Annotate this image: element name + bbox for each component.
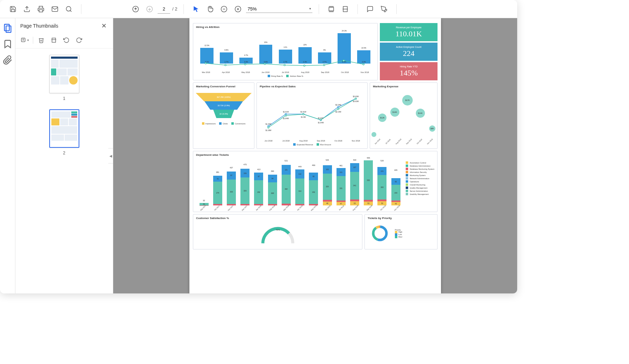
bookmarks-tab-icon[interactable] (3, 39, 13, 49)
highlight-icon[interactable] (378, 3, 390, 15)
legend-label: Attrition Rate % (290, 75, 303, 77)
svg-text:$2.24M: $2.24M (335, 104, 341, 106)
svg-rect-1 (39, 9, 43, 12)
svg-line-4 (70, 10, 72, 12)
marketing-expense-chart: $17K$14K$14K$12K$8K (370, 90, 437, 139)
svg-point-30 (284, 64, 285, 66)
left-rail (0, 18, 15, 293)
export-icon[interactable] (21, 3, 33, 15)
email-icon[interactable] (49, 3, 61, 15)
delete-page-icon[interactable] (37, 36, 46, 45)
legend-label: Hiring Rate % (271, 75, 283, 77)
svg-text:$1.91M: $1.91M (301, 111, 306, 113)
dept-legend: Automation ControlDatabase Administratio… (406, 160, 434, 209)
donut-chart (368, 225, 392, 242)
chart-title: Hiring vs Attrition (193, 23, 377, 31)
thumbnail-panel-title: Page Thumbnails (20, 23, 58, 29)
chart-title: Marketing Conversion Funnel (193, 83, 254, 90)
svg-text:$1.9M: $1.9M (301, 116, 306, 118)
page-number-input[interactable] (158, 5, 170, 14)
kpi-label: Active Employee Count (396, 46, 421, 48)
hiring-attrition-chart: 12.5%4.1%8.8%2.7%4.7%3.3%15%3.6%11%2.7%1… (196, 32, 375, 64)
kpi-value: 224 (403, 49, 414, 58)
svg-point-43 (338, 106, 339, 108)
zoom-out-icon[interactable] (218, 3, 230, 15)
svg-rect-24 (52, 38, 56, 42)
svg-point-37 (285, 113, 287, 115)
funnel-chart: 367.25K (100%)10.71K (2.9%)1K (0.3%) (193, 90, 254, 121)
chart-title: Marketing Expense (370, 83, 437, 90)
svg-point-47 (268, 127, 269, 128)
svg-text:$1.28M: $1.28M (266, 129, 272, 131)
thumbnail-page-2[interactable]: 2 (49, 109, 79, 155)
kpi-employees: Active Employee Count 224 (380, 43, 438, 61)
svg-text:$2.63M: $2.63M (353, 95, 359, 97)
fit-width-icon[interactable] (325, 3, 337, 15)
svg-point-49 (285, 115, 287, 116)
rotate-cw-icon[interactable] (74, 36, 84, 45)
zoom-select[interactable] (246, 5, 312, 13)
svg-text:$1.34M: $1.34M (266, 123, 272, 125)
kpi-value: 110.01K (396, 29, 422, 38)
thumbnail-page-1[interactable]: 1 (49, 55, 79, 101)
kpi-hiring: Hiring Rate YTD 145% (380, 62, 438, 80)
svg-point-53 (320, 119, 321, 121)
print-icon[interactable] (35, 3, 47, 15)
page-up-icon[interactable] (130, 3, 142, 15)
thumbnails-tab-icon[interactable] (3, 23, 13, 33)
svg-text:$1.64M: $1.64M (318, 122, 324, 124)
svg-point-51 (303, 114, 304, 115)
pipeline-chart: $1.34M$1.91M$1.91M$1.63M$2.24M$2.63M$1.2… (260, 92, 364, 137)
svg-point-27 (225, 64, 226, 66)
svg-point-32 (323, 64, 325, 66)
close-icon[interactable]: ✕ (100, 22, 108, 30)
legend-label: Won Amount (320, 144, 331, 146)
thumb-options-icon[interactable]: ▾ (20, 36, 29, 45)
main-toolbar: / 2 (0, 0, 517, 18)
attachments-tab-icon[interactable] (3, 55, 13, 65)
document-viewer[interactable]: Hiring vs Attrition 12.5%4.1%8.8%2.7%4.7… (113, 18, 517, 293)
svg-point-28 (244, 64, 246, 65)
svg-text:$2.63M: $2.63M (353, 100, 359, 102)
chart-title: Pipeline vs Expected Sales (257, 83, 367, 90)
svg-point-57 (355, 98, 356, 99)
svg-rect-18 (6, 26, 11, 32)
gauge-chart: 79% (253, 225, 302, 246)
legend-label: Conversions (235, 123, 246, 125)
chart-title: Customer Satisfaction % (193, 214, 362, 222)
kpi-label: Hiring Rate YTD (400, 65, 418, 68)
comment-icon[interactable] (364, 3, 376, 15)
fit-page-icon[interactable] (339, 3, 351, 15)
svg-point-3 (66, 6, 71, 11)
svg-point-34 (363, 64, 364, 65)
thumbnail-label: 2 (63, 151, 65, 155)
collapse-panel-icon[interactable]: ◀ (108, 148, 113, 163)
search-icon[interactable] (63, 3, 75, 15)
kpi-revenue: Revenue per Employee 110.01K (380, 23, 438, 41)
hand-icon[interactable] (204, 3, 216, 15)
zoom-in-icon[interactable] (232, 3, 244, 15)
pointer-icon[interactable] (190, 3, 202, 15)
kpi-value: 145% (400, 68, 418, 78)
svg-point-31 (304, 65, 305, 66)
svg-rect-17 (4, 24, 9, 31)
insert-page-icon[interactable] (49, 36, 58, 45)
save-icon[interactable] (7, 3, 19, 15)
page-total-label: / 2 (172, 6, 177, 12)
legend-label: Clicks (223, 123, 228, 125)
thumbnail-panel: Page Thumbnails ✕ ▾ (15, 18, 113, 293)
page-down-icon[interactable] (144, 3, 156, 15)
gauge-value: 79% (275, 229, 280, 231)
legend-label: Impressions (205, 123, 216, 125)
svg-text:$1.84M: $1.84M (283, 117, 289, 119)
chart-title: Tickets by Priority (365, 214, 437, 222)
svg-point-55 (338, 108, 339, 110)
legend-label: Expected Revenue (297, 144, 313, 146)
dept-tickets-chart: 3232381279704373039747532610641329297390… (196, 160, 404, 205)
page-content: Hiring vs Attrition 12.5%4.1%8.8%2.7%4.7… (189, 18, 441, 293)
svg-text:$1.91M: $1.91M (283, 111, 289, 113)
chart-title: Department wise Tickets (193, 151, 437, 159)
rotate-ccw-icon[interactable] (62, 36, 71, 45)
kpi-label: Revenue per Employee (396, 26, 421, 29)
svg-text:$2.15M: $2.15M (335, 111, 341, 113)
